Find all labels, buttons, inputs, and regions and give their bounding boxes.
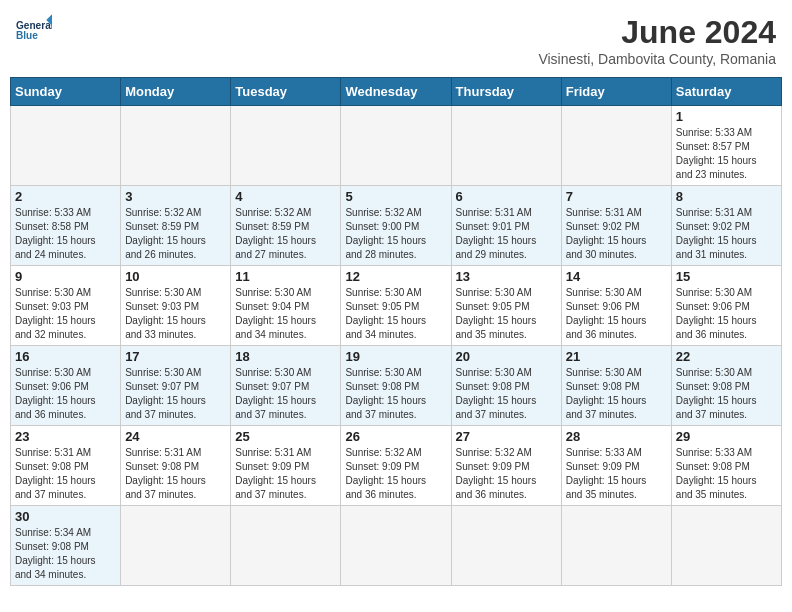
day-info: Sunrise: 5:31 AM Sunset: 9:01 PM Dayligh… [456,206,557,262]
header-tuesday: Tuesday [231,78,341,106]
day-info: Sunrise: 5:30 AM Sunset: 9:08 PM Dayligh… [345,366,446,422]
day-number: 5 [345,189,446,204]
calendar-week-row: 30Sunrise: 5:34 AM Sunset: 9:08 PM Dayli… [11,506,782,586]
day-info: Sunrise: 5:33 AM Sunset: 8:58 PM Dayligh… [15,206,116,262]
day-number: 6 [456,189,557,204]
empty-cell [231,506,341,586]
day-cell: 14Sunrise: 5:30 AM Sunset: 9:06 PM Dayli… [561,266,671,346]
day-number: 13 [456,269,557,284]
calendar-week-row: 9Sunrise: 5:30 AM Sunset: 9:03 PM Daylig… [11,266,782,346]
empty-cell [121,506,231,586]
svg-text:Blue: Blue [16,30,38,41]
day-cell: 29Sunrise: 5:33 AM Sunset: 9:08 PM Dayli… [671,426,781,506]
day-number: 28 [566,429,667,444]
day-info: Sunrise: 5:32 AM Sunset: 9:09 PM Dayligh… [456,446,557,502]
day-number: 11 [235,269,336,284]
day-info: Sunrise: 5:30 AM Sunset: 9:06 PM Dayligh… [15,366,116,422]
day-number: 16 [15,349,116,364]
day-info: Sunrise: 5:30 AM Sunset: 9:07 PM Dayligh… [125,366,226,422]
header-monday: Monday [121,78,231,106]
day-info: Sunrise: 5:34 AM Sunset: 9:08 PM Dayligh… [15,526,116,582]
day-cell: 9Sunrise: 5:30 AM Sunset: 9:03 PM Daylig… [11,266,121,346]
day-number: 8 [676,189,777,204]
day-cell: 8Sunrise: 5:31 AM Sunset: 9:02 PM Daylig… [671,186,781,266]
day-cell: 10Sunrise: 5:30 AM Sunset: 9:03 PM Dayli… [121,266,231,346]
day-number: 26 [345,429,446,444]
day-info: Sunrise: 5:32 AM Sunset: 9:09 PM Dayligh… [345,446,446,502]
day-cell: 12Sunrise: 5:30 AM Sunset: 9:05 PM Dayli… [341,266,451,346]
day-number: 30 [15,509,116,524]
day-cell: 27Sunrise: 5:32 AM Sunset: 9:09 PM Dayli… [451,426,561,506]
day-number: 9 [15,269,116,284]
day-cell: 2Sunrise: 5:33 AM Sunset: 8:58 PM Daylig… [11,186,121,266]
empty-cell [451,106,561,186]
header-friday: Friday [561,78,671,106]
month-title: June 2024 [538,14,776,51]
day-number: 27 [456,429,557,444]
day-cell: 1Sunrise: 5:33 AM Sunset: 8:57 PM Daylig… [671,106,781,186]
day-cell: 24Sunrise: 5:31 AM Sunset: 9:08 PM Dayli… [121,426,231,506]
empty-cell [341,506,451,586]
day-number: 3 [125,189,226,204]
empty-cell [451,506,561,586]
day-number: 22 [676,349,777,364]
day-info: Sunrise: 5:33 AM Sunset: 9:08 PM Dayligh… [676,446,777,502]
day-cell: 11Sunrise: 5:30 AM Sunset: 9:04 PM Dayli… [231,266,341,346]
day-cell: 30Sunrise: 5:34 AM Sunset: 9:08 PM Dayli… [11,506,121,586]
day-number: 2 [15,189,116,204]
day-cell: 6Sunrise: 5:31 AM Sunset: 9:01 PM Daylig… [451,186,561,266]
page-header: General Blue June 2024 Visinesti, Dambov… [10,10,782,71]
day-info: Sunrise: 5:31 AM Sunset: 9:08 PM Dayligh… [15,446,116,502]
day-info: Sunrise: 5:30 AM Sunset: 9:05 PM Dayligh… [345,286,446,342]
day-number: 20 [456,349,557,364]
day-info: Sunrise: 5:30 AM Sunset: 9:08 PM Dayligh… [456,366,557,422]
day-cell: 22Sunrise: 5:30 AM Sunset: 9:08 PM Dayli… [671,346,781,426]
calendar-week-row: 2Sunrise: 5:33 AM Sunset: 8:58 PM Daylig… [11,186,782,266]
day-number: 10 [125,269,226,284]
location-subtitle: Visinesti, Dambovita County, Romania [538,51,776,67]
empty-cell [341,106,451,186]
day-info: Sunrise: 5:30 AM Sunset: 9:06 PM Dayligh… [676,286,777,342]
day-cell: 4Sunrise: 5:32 AM Sunset: 8:59 PM Daylig… [231,186,341,266]
day-number: 21 [566,349,667,364]
day-number: 25 [235,429,336,444]
day-info: Sunrise: 5:30 AM Sunset: 9:04 PM Dayligh… [235,286,336,342]
day-info: Sunrise: 5:31 AM Sunset: 9:09 PM Dayligh… [235,446,336,502]
day-cell: 26Sunrise: 5:32 AM Sunset: 9:09 PM Dayli… [341,426,451,506]
day-number: 4 [235,189,336,204]
day-cell: 17Sunrise: 5:30 AM Sunset: 9:07 PM Dayli… [121,346,231,426]
day-cell: 28Sunrise: 5:33 AM Sunset: 9:09 PM Dayli… [561,426,671,506]
day-number: 14 [566,269,667,284]
day-number: 19 [345,349,446,364]
empty-cell [561,506,671,586]
day-cell: 23Sunrise: 5:31 AM Sunset: 9:08 PM Dayli… [11,426,121,506]
day-info: Sunrise: 5:31 AM Sunset: 9:02 PM Dayligh… [676,206,777,262]
day-info: Sunrise: 5:32 AM Sunset: 8:59 PM Dayligh… [235,206,336,262]
day-info: Sunrise: 5:33 AM Sunset: 8:57 PM Dayligh… [676,126,777,182]
day-cell: 13Sunrise: 5:30 AM Sunset: 9:05 PM Dayli… [451,266,561,346]
header-thursday: Thursday [451,78,561,106]
day-info: Sunrise: 5:30 AM Sunset: 9:03 PM Dayligh… [15,286,116,342]
day-cell: 15Sunrise: 5:30 AM Sunset: 9:06 PM Dayli… [671,266,781,346]
title-area: June 2024 Visinesti, Dambovita County, R… [538,14,776,67]
day-number: 23 [15,429,116,444]
calendar-week-row: 16Sunrise: 5:30 AM Sunset: 9:06 PM Dayli… [11,346,782,426]
day-info: Sunrise: 5:31 AM Sunset: 9:08 PM Dayligh… [125,446,226,502]
calendar-week-row: 1Sunrise: 5:33 AM Sunset: 8:57 PM Daylig… [11,106,782,186]
day-cell: 19Sunrise: 5:30 AM Sunset: 9:08 PM Dayli… [341,346,451,426]
logo-icon: General Blue [16,14,52,42]
day-info: Sunrise: 5:32 AM Sunset: 8:59 PM Dayligh… [125,206,226,262]
day-cell: 3Sunrise: 5:32 AM Sunset: 8:59 PM Daylig… [121,186,231,266]
svg-text:General: General [16,20,52,31]
empty-cell [231,106,341,186]
day-info: Sunrise: 5:33 AM Sunset: 9:09 PM Dayligh… [566,446,667,502]
day-info: Sunrise: 5:30 AM Sunset: 9:07 PM Dayligh… [235,366,336,422]
day-info: Sunrise: 5:30 AM Sunset: 9:05 PM Dayligh… [456,286,557,342]
empty-cell [11,106,121,186]
day-info: Sunrise: 5:30 AM Sunset: 9:08 PM Dayligh… [676,366,777,422]
header-saturday: Saturday [671,78,781,106]
header-sunday: Sunday [11,78,121,106]
day-cell: 20Sunrise: 5:30 AM Sunset: 9:08 PM Dayli… [451,346,561,426]
day-number: 18 [235,349,336,364]
day-number: 17 [125,349,226,364]
